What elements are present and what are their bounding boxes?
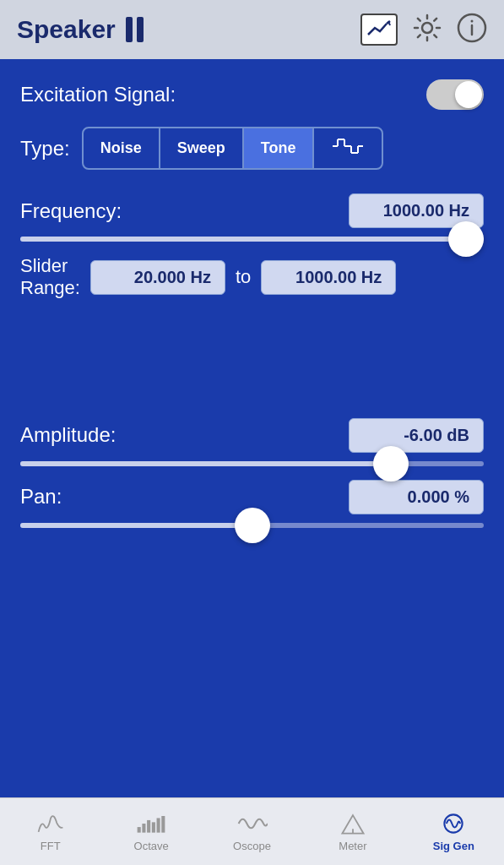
nav-siggen-label: Sig Gen (433, 840, 474, 852)
frequency-row: Frequency: 1000.00 Hz (20, 193, 484, 228)
amplitude-row: Amplitude: -6.00 dB (20, 418, 484, 453)
excitation-row: Excitation Signal: (20, 79, 484, 110)
pause-bar-1 (126, 17, 133, 42)
pan-slider-fill (20, 523, 252, 528)
pause-bar-2 (137, 17, 144, 42)
svg-point-1 (422, 23, 432, 33)
gear-icon[interactable] (413, 14, 442, 46)
header: Speaker (0, 0, 504, 59)
pan-value[interactable]: 0.000 % (349, 480, 484, 514)
chart-button[interactable] (360, 14, 398, 46)
pan-label: Pan: (20, 485, 62, 509)
nav-fft-label: FFT (41, 840, 61, 852)
frequency-slider-track[interactable] (20, 237, 484, 242)
type-label: Type: (20, 137, 70, 160)
main-content: Excitation Signal: Type: Noise Sweep Ton… (0, 59, 504, 797)
header-left: Speaker (17, 15, 144, 44)
nav-octave[interactable]: Octave (100, 811, 201, 852)
amplitude-slider-fill (20, 461, 391, 466)
amplitude-value[interactable]: -6.00 dB (349, 418, 484, 453)
siggen-icon (438, 811, 469, 836)
info-icon[interactable] (457, 13, 487, 46)
type-tone-button[interactable]: Tone (244, 128, 315, 168)
pan-slider-track[interactable] (20, 523, 484, 528)
nav-meter-label: Meter (339, 840, 366, 852)
amplitude-slider-thumb[interactable] (373, 446, 409, 481)
octave-icon (136, 811, 166, 836)
svg-rect-17 (152, 822, 155, 832)
type-noise-button[interactable]: Noise (84, 128, 160, 168)
nav-fft[interactable]: FFT (0, 811, 100, 852)
slider-range-row: SliderRange: 20.000 Hz to 1000.00 Hz (20, 255, 484, 300)
excitation-label: Excitation Signal: (20, 83, 176, 106)
slider-range-from[interactable]: 20.000 Hz (90, 260, 225, 295)
oscope-icon (237, 811, 268, 836)
svg-point-4 (471, 20, 474, 23)
svg-rect-14 (138, 827, 141, 833)
amplitude-slider-track[interactable] (20, 461, 484, 466)
slider-range-label: SliderRange: (20, 255, 80, 300)
pan-slider-thumb[interactable] (235, 508, 270, 543)
nav-oscope[interactable]: Oscope (202, 811, 302, 852)
toggle-knob (455, 81, 482, 108)
slider-range-to-text: to (236, 266, 251, 288)
app-title: Speaker (17, 15, 116, 44)
amplitude-label: Amplitude: (20, 423, 116, 447)
svg-rect-19 (161, 816, 165, 833)
frequency-label: Frequency: (20, 199, 122, 223)
slider-range-to[interactable]: 1000.00 Hz (261, 260, 396, 295)
header-right (360, 13, 487, 46)
svg-rect-16 (147, 820, 150, 833)
type-wave-button[interactable] (314, 128, 382, 168)
nav-siggen[interactable]: Sig Gen (404, 811, 504, 852)
svg-rect-15 (142, 824, 145, 833)
nav-octave-label: Octave (134, 840, 169, 852)
frequency-slider-fill (20, 237, 484, 242)
type-sweep-button[interactable]: Sweep (160, 128, 244, 168)
meter-icon (338, 811, 368, 836)
type-row: Type: Noise Sweep Tone (20, 127, 484, 170)
frequency-slider-thumb[interactable] (448, 221, 484, 257)
nav-meter[interactable]: Meter (302, 811, 403, 852)
nav-oscope-label: Oscope (233, 840, 271, 852)
pause-button[interactable] (126, 17, 144, 42)
svg-rect-18 (157, 818, 160, 832)
bottom-nav: FFT Octave Oscope Meter Sig Gen (0, 797, 504, 865)
fft-icon (35, 811, 66, 836)
type-button-group: Noise Sweep Tone (82, 127, 384, 170)
excitation-toggle[interactable] (426, 79, 484, 110)
